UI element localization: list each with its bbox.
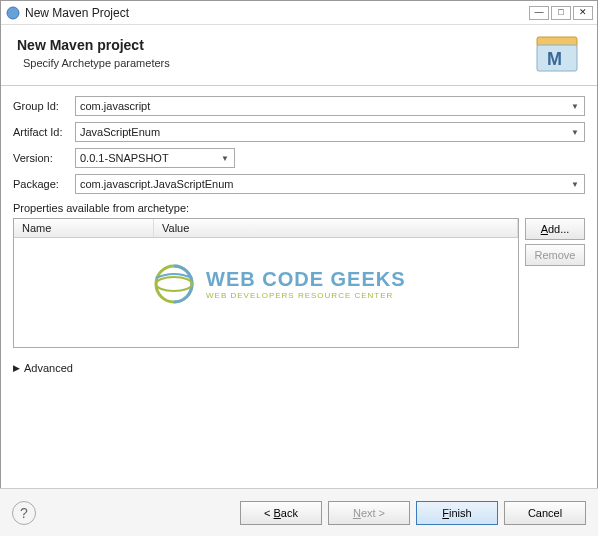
form-area: Group Id: com.javascript ▼ Artifact Id: … — [1, 86, 597, 384]
wizard-header: New Maven project Specify Archetype para… — [1, 25, 597, 86]
close-button[interactable]: ✕ — [573, 6, 593, 20]
remove-button[interactable]: Remove — [525, 244, 585, 266]
group-id-value: com.javascript — [80, 100, 150, 112]
chevron-down-icon: ▼ — [218, 151, 232, 165]
page-subtitle: Specify Archetype parameters — [23, 57, 581, 69]
app-icon — [5, 5, 21, 21]
wizard-footer: ? < Back Next > Finish Cancel — [0, 488, 598, 536]
artifact-id-field[interactable]: JavaScriptEnum ▼ — [75, 122, 585, 142]
artifact-id-value: JavaScriptEnum — [80, 126, 160, 138]
group-id-field[interactable]: com.javascript ▼ — [75, 96, 585, 116]
package-value: com.javascript.JavaScriptEnum — [80, 178, 233, 190]
version-field[interactable]: 0.0.1-SNAPSHOT ▼ — [75, 148, 235, 168]
titlebar: New Maven Project — □ ✕ — [1, 1, 597, 25]
chevron-down-icon: ▼ — [568, 125, 582, 139]
version-value: 0.0.1-SNAPSHOT — [80, 152, 169, 164]
svg-point-0 — [7, 7, 19, 19]
column-value[interactable]: Value — [154, 219, 518, 237]
finish-button[interactable]: Finish — [416, 501, 498, 525]
back-button[interactable]: < Back — [240, 501, 322, 525]
minimize-button[interactable]: — — [529, 6, 549, 20]
add-button[interactable]: Add... — [525, 218, 585, 240]
triangle-right-icon: ▶ — [13, 363, 20, 373]
svg-text:M: M — [547, 49, 562, 69]
version-label: Version: — [13, 152, 75, 164]
advanced-label: Advanced — [24, 362, 73, 374]
package-field[interactable]: com.javascript.JavaScriptEnum ▼ — [75, 174, 585, 194]
package-label: Package: — [13, 178, 75, 190]
advanced-toggle[interactable]: ▶ Advanced — [13, 362, 585, 374]
maximize-button[interactable]: □ — [551, 6, 571, 20]
cancel-button[interactable]: Cancel — [504, 501, 586, 525]
properties-table[interactable]: Name Value — [13, 218, 519, 348]
chevron-down-icon: ▼ — [568, 177, 582, 191]
window-title: New Maven Project — [25, 6, 529, 20]
chevron-down-icon: ▼ — [568, 99, 582, 113]
properties-label: Properties available from archetype: — [13, 202, 585, 214]
maven-banner-icon: M — [533, 35, 581, 75]
page-title: New Maven project — [17, 37, 581, 53]
column-name[interactable]: Name — [14, 219, 154, 237]
group-id-label: Group Id: — [13, 100, 75, 112]
artifact-id-label: Artifact Id: — [13, 126, 75, 138]
next-button[interactable]: Next > — [328, 501, 410, 525]
help-icon[interactable]: ? — [12, 501, 36, 525]
